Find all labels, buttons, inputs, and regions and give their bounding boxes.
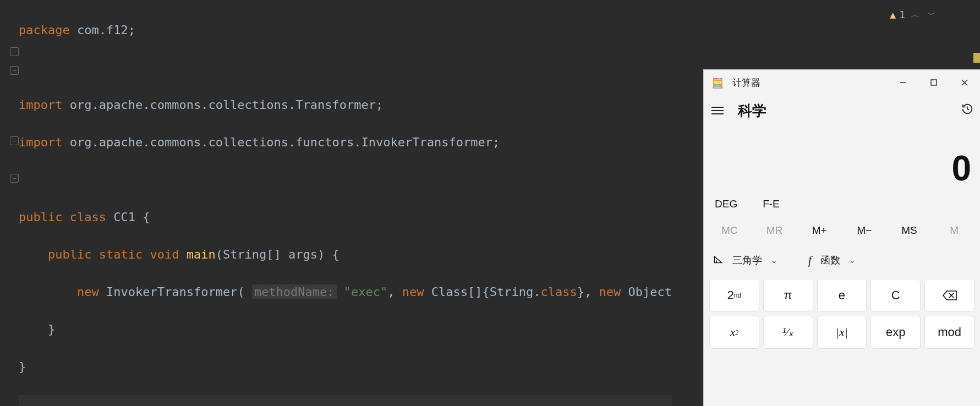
inspection-widget[interactable]: ▲ 1 ︿ ﹀ [890,6,938,24]
code-text [337,285,344,299]
memory-row: MC MR M+ M− MS M [704,216,980,245]
string-literal: "exec" [344,285,387,299]
keyword: public class [19,210,113,224]
ms-button[interactable]: MS [887,224,932,237]
function-f-icon: f [808,254,812,267]
key-backspace[interactable] [924,279,974,312]
fold-icon[interactable]: − [10,47,19,56]
code-text: com.f12; [70,23,135,37]
keyword: import [19,98,62,112]
key-reciprocal[interactable]: ¹⁄ₓ [763,316,813,349]
mc-button[interactable]: MC [707,224,752,237]
mode-title: 科学 [738,101,955,120]
current-line-highlight [19,395,672,406]
key-2nd[interactable]: 2nd [709,279,759,312]
mode-row: 科学 [704,95,980,126]
code-text: Object [628,285,671,299]
fold-icon[interactable]: − [10,174,19,183]
keypad: 2nd π e C x2 ¹⁄ₓ |x| exp mod [704,276,980,349]
code-text [19,248,48,261]
history-icon[interactable] [955,103,980,118]
fold-icon[interactable]: − [10,136,19,145]
chevron-down-icon: ⌄ [771,256,778,265]
keyword: new [77,285,106,299]
mr-button[interactable]: MR [752,224,797,237]
code-text: org.apache.commons.collections.Transform… [62,98,383,112]
titlebar[interactable]: 🧮 计算器 [704,70,980,95]
warning-icon: ▲ [890,6,896,24]
calculator-app-icon: 🧮 [711,77,722,88]
keyword: package [19,23,70,37]
key-e[interactable]: e [817,279,867,312]
key-mod[interactable]: mod [924,316,974,349]
hamburger-icon[interactable] [711,102,728,119]
svg-rect-1 [931,80,937,85]
minimize-button[interactable] [888,72,918,94]
close-button[interactable] [949,72,980,94]
code-text: ( [237,285,252,299]
key-clear[interactable]: C [870,279,921,312]
mminus-button[interactable]: M− [842,224,887,237]
class-name: CC1 [113,210,135,224]
keyword: class [540,285,577,299]
calculator-window[interactable]: 🧮 计算器 科学 0 DEG F-E MC MR M+ M− MS M [703,69,980,406]
keyword: void [150,248,186,261]
window-title: 计算器 [732,76,888,89]
code-text: }, [577,285,599,299]
class-name: InvokerTransformer [106,285,237,299]
mplus-button[interactable]: M+ [797,224,842,237]
key-x-squared[interactable]: x2 [709,316,759,349]
fe-button[interactable]: F-E [763,198,780,210]
code-text: (String[] args) { [216,248,340,261]
editor-gutter: − − − − [0,0,19,406]
code-text: { [135,210,150,224]
code-text: Class[]{String. [431,285,541,299]
trig-func-row: 三角学 ⌄ f 函数 ⌄ [704,245,980,276]
code-text: } [19,322,55,336]
deg-button[interactable]: DEG [715,198,737,210]
key-pi[interactable]: π [763,279,813,312]
trig-dropdown[interactable]: 三角学 [732,254,762,267]
angle-format-row: DEG F-E [704,192,980,216]
fold-icon[interactable]: − [10,66,19,75]
keyword: new [402,285,431,299]
code-text [19,285,77,299]
parameter-hint: methodName: [252,284,337,299]
warning-count: 1 [899,6,905,24]
mlist-button[interactable]: M [932,224,977,237]
method-name: main [187,248,216,261]
key-abs[interactable]: |x| [817,316,867,349]
key-exp[interactable]: exp [870,316,921,349]
code-text: } [19,360,26,374]
maximize-button[interactable] [918,72,949,94]
func-dropdown[interactable]: 函数 [820,254,840,267]
keyword: public [48,248,99,261]
angle-icon [713,254,724,267]
keyword: new [599,285,628,299]
display: 0 [704,126,980,192]
code-text: , [387,285,402,299]
chevron-down-icon: ⌄ [849,256,856,265]
code-content[interactable]: package com.f12; import org.apache.commo… [19,2,672,406]
code-text: org.apache.commons.collections.functors.… [62,135,500,149]
keyword: static [99,248,150,261]
chevron-up-icon[interactable]: ︿ [908,6,922,24]
chevron-down-icon[interactable]: ﹀ [925,6,938,24]
scrollbar-marker[interactable] [973,53,980,63]
keyword: import [19,135,62,149]
